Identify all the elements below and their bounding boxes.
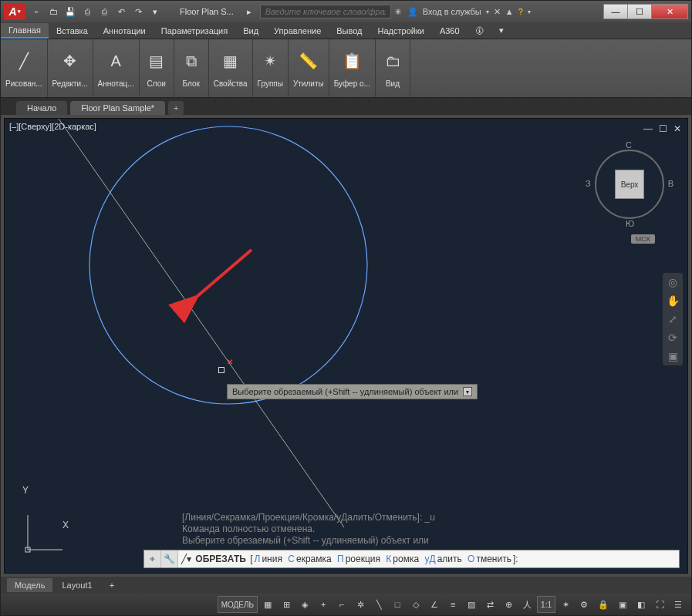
ribbon-groups[interactable]: ✴Группы [253,39,289,97]
layout-tab-model[interactable]: Модель [7,578,52,592]
status-customize-icon[interactable]: ☰ [670,596,687,613]
redo-icon[interactable]: ↷ [130,4,146,19]
ribbon-annotation[interactable]: AАннотац... [93,39,140,97]
document-title: Floor Plan S... [175,7,238,16]
command-line[interactable]: ⌖ 🔧 ╱▾ ОБРЕЗАТЬ [ Линия Секрамка Проекци… [143,550,680,568]
save-icon[interactable]: 💾 [62,4,78,19]
status-otrack-icon[interactable]: ∠ [426,596,443,613]
new-icon[interactable]: ▫ [29,4,44,19]
nav-wheel-icon[interactable]: ◎ [668,276,677,288]
status-workspace-icon[interactable]: ⚙ [576,596,592,613]
cmd-options-icon[interactable]: 🔧 [161,550,178,567]
status-annoscale-icon[interactable]: 人 [518,596,535,613]
status-lineweight-icon[interactable]: ≡ [444,596,461,613]
viewcube[interactable]: Верх С Ю З В [587,142,672,227]
ribbon-modify[interactable]: ✥Редакти... [48,39,93,97]
maximize-button[interactable]: ☐ [627,4,652,19]
status-hardware-icon[interactable]: ▣ [614,596,631,613]
nav-zoom-icon[interactable]: ⤢ [668,313,677,325]
status-modelspace[interactable]: МОДЕЛЬ [218,596,258,613]
infocenter-icon[interactable]: ⛯ [394,7,403,16]
ribbon-layers[interactable]: ▤Слои [140,39,174,97]
layout-tab-layout1[interactable]: Layout1 [54,578,100,592]
doc-tab-add[interactable]: + [168,101,184,115]
status-annovisibility-icon[interactable]: ✶ [557,596,574,613]
close-button[interactable]: ✕ [651,4,688,19]
menu-manage[interactable]: Управление [266,24,329,38]
ribbon-draw[interactable]: ╱Рисован... [1,39,48,97]
status-isodraft-icon[interactable]: ╲ [370,596,387,613]
text-icon: A [103,49,128,73]
viewcube-west[interactable]: З [586,179,591,188]
qat-more-icon[interactable]: ▾ [147,4,163,19]
signin-icon[interactable]: 👤 [407,7,418,17]
ucs-x-label: X [62,520,69,530]
menu-a360[interactable]: A360 [432,24,468,38]
viewcube-north[interactable]: С [626,140,632,150]
menu-insert[interactable]: Вставка [49,24,96,38]
doc-tab-current[interactable]: Floor Plan Sample* [70,101,165,115]
nav-showmotion-icon[interactable]: ▣ [668,350,678,362]
status-infer-icon[interactable]: ◈ [296,596,313,613]
status-osnap-icon[interactable]: □ [389,596,406,613]
viewcube-south[interactable]: Ю [626,219,634,228]
wcs-badge[interactable]: МСК [631,234,655,244]
status-snap-icon[interactable]: ⊞ [278,596,295,613]
title-dropdown-icon[interactable]: ▸ [241,4,257,19]
menu-annotate[interactable]: Аннотации [96,24,154,38]
signin-dropdown-icon[interactable]: ▾ [486,8,489,15]
status-scale[interactable]: 1:1 [537,596,555,613]
status-ortho-icon[interactable]: ⌐ [333,596,350,613]
app-logo[interactable]: A [4,3,25,20]
menu-parametric[interactable]: Параметризация [154,24,235,38]
tooltip-dropdown-icon[interactable]: ▾ [463,387,472,396]
saveas-icon[interactable]: ⎙ [79,4,95,19]
status-3dosnap-icon[interactable]: ◇ [407,596,424,613]
status-dyninput-icon[interactable]: + [315,596,332,613]
ribbon: ╱Рисован... ✥Редакти... AАннотац... ▤Сло… [1,39,691,98]
window-buttons: — ☐ ✕ [604,4,688,19]
layout-tab-add[interactable]: + [102,578,122,592]
ribbon-clipboard[interactable]: 📋Буфер о... [329,39,376,97]
status-cleanscreen-icon[interactable]: ⛶ [651,596,668,613]
command-input[interactable]: ╱▾ ОБРЕЗАТЬ [ Линия Секрамка Проекция Кр… [178,554,522,564]
exchange-icon[interactable]: ✕ [494,7,501,17]
doc-tab-start[interactable]: Начало [16,101,67,115]
cmd-recent-icon[interactable]: ⌖ [144,550,161,567]
ucs-icon [20,511,66,557]
open-icon[interactable]: 🗀 [46,4,61,19]
nav-orbit-icon[interactable]: ⟳ [668,332,677,344]
signin-label[interactable]: Вход в службы [423,7,481,16]
menu-featured-icon[interactable]: 🛈 [468,24,491,38]
line-object[interactable] [59,119,344,527]
status-polar-icon[interactable]: ✲ [352,596,369,613]
help-dropdown-icon[interactable]: ▾ [528,8,531,15]
undo-icon[interactable]: ↶ [113,4,129,19]
status-transparency-icon[interactable]: ▨ [463,596,480,613]
view-icon: 🗀 [380,49,405,73]
help-icon[interactable]: ? [518,7,523,16]
print-icon[interactable]: ⎙ [96,4,112,19]
drawing-canvas[interactable]: [–][Сверху][2D-каркас] — ☐ ✕ ✕ Выберите … [4,118,688,574]
ribbon-properties[interactable]: ▦Свойства [209,39,253,97]
menu-view[interactable]: Вид [235,24,266,38]
status-grid-icon[interactable]: ▦ [259,596,276,613]
menu-home[interactable]: Главная [1,23,49,39]
app-window: A ▫ 🗀 💾 ⎙ ⎙ ↶ ↷ ▾ Floor Plan S... ▸ ⛯ 👤 … [0,0,692,616]
ribbon-block[interactable]: ⧉Блок [174,39,209,97]
status-cycling-icon[interactable]: ⇄ [481,596,498,613]
status-isolate-icon[interactable]: ◧ [633,596,650,613]
status-lock-icon[interactable]: 🔒 [594,596,613,613]
viewcube-east[interactable]: В [668,179,673,188]
ribbon-utilities[interactable]: 📏Утилиты [289,39,329,97]
search-input[interactable] [260,5,391,19]
a360-icon[interactable]: ▲ [505,7,514,16]
ribbon-view[interactable]: 🗀Вид [376,39,410,97]
status-annomonitor-icon[interactable]: ⊕ [500,596,517,613]
viewcube-face-top[interactable]: Верх [615,170,644,199]
menu-minimize-icon[interactable]: ▾ [491,23,511,38]
minimize-button[interactable]: — [603,4,628,19]
menu-output[interactable]: Вывод [329,24,370,38]
nav-pan-icon[interactable]: ✋ [667,295,680,307]
menu-addins[interactable]: Надстройки [370,24,432,38]
